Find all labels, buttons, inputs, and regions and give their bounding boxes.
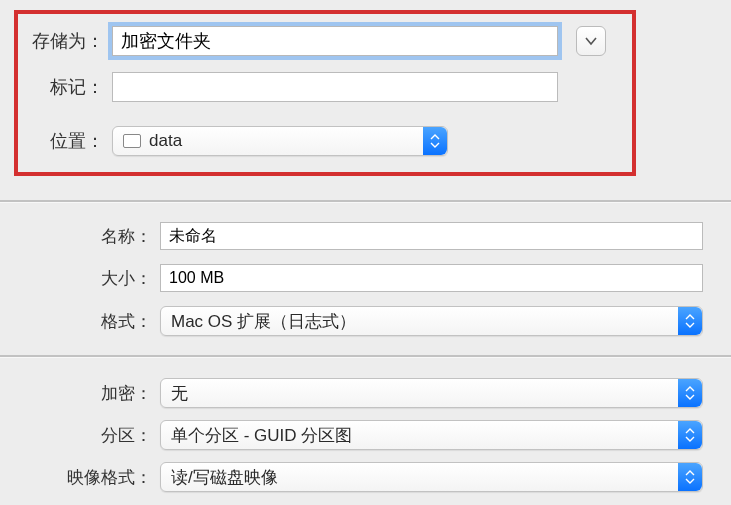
folder-icon	[123, 134, 141, 148]
row-save-as: 存储为：	[0, 26, 731, 56]
format-label: 格式：	[0, 310, 160, 333]
partition-value: 单个分区 - GUID 分区图	[171, 424, 352, 447]
encryption-popup[interactable]: 无	[160, 378, 703, 408]
partition-popup[interactable]: 单个分区 - GUID 分区图	[160, 420, 703, 450]
partition-label: 分区：	[0, 424, 160, 447]
row-size: 大小：	[0, 264, 731, 292]
save-as-label: 存储为：	[0, 29, 112, 53]
encryption-value: 无	[171, 382, 188, 405]
where-label: 位置：	[0, 129, 112, 153]
tags-label: 标记：	[0, 75, 112, 99]
row-where: 位置： data	[0, 126, 731, 156]
format-popup[interactable]: Mac OS 扩展（日志式）	[160, 306, 703, 336]
popup-arrows-icon	[678, 379, 702, 407]
separator	[0, 355, 731, 357]
expand-button[interactable]	[576, 26, 606, 56]
chevron-down-icon	[585, 36, 597, 46]
row-image-format: 映像格式： 读/写磁盘映像	[0, 462, 731, 492]
size-label: 大小：	[0, 267, 160, 290]
row-name: 名称：	[0, 222, 731, 250]
popup-arrows-icon	[678, 463, 702, 491]
name-label: 名称：	[0, 225, 160, 248]
separator	[0, 200, 731, 202]
name-input[interactable]	[160, 222, 703, 250]
popup-arrows-icon	[678, 421, 702, 449]
popup-arrows-icon	[423, 127, 447, 155]
tags-input[interactable]	[112, 72, 558, 102]
where-popup[interactable]: data	[112, 126, 448, 156]
save-as-input[interactable]	[112, 26, 558, 56]
image-format-value: 读/写磁盘映像	[171, 466, 278, 489]
image-format-popup[interactable]: 读/写磁盘映像	[160, 462, 703, 492]
encryption-label: 加密：	[0, 382, 160, 405]
row-format: 格式： Mac OS 扩展（日志式）	[0, 306, 731, 336]
where-value: data	[149, 131, 182, 151]
row-encryption: 加密： 无	[0, 378, 731, 408]
row-tags: 标记：	[0, 72, 731, 102]
size-input[interactable]	[160, 264, 703, 292]
image-format-label: 映像格式：	[0, 466, 160, 489]
row-partition: 分区： 单个分区 - GUID 分区图	[0, 420, 731, 450]
popup-arrows-icon	[678, 307, 702, 335]
format-value: Mac OS 扩展（日志式）	[171, 310, 356, 333]
